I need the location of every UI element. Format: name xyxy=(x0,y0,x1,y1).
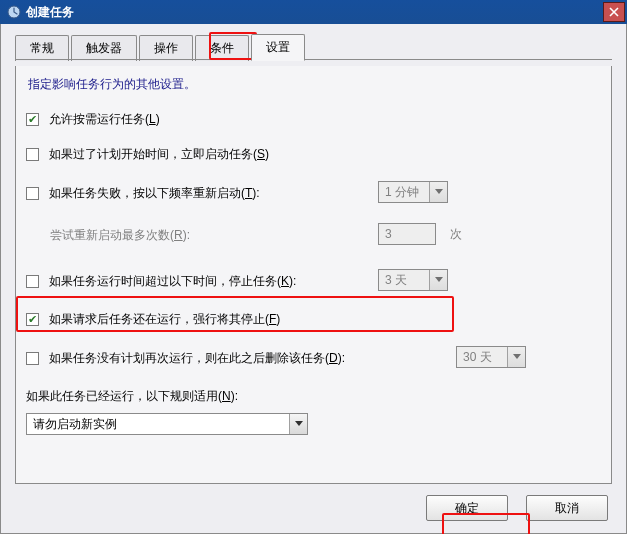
restart-interval-select: 1 分钟 xyxy=(378,181,448,203)
tab-actions[interactable]: 操作 xyxy=(139,35,193,61)
retry-suffix: 次 xyxy=(450,226,462,243)
stop-duration-value: 3 天 xyxy=(379,272,429,289)
restart-on-fail-checkbox[interactable] xyxy=(26,187,39,200)
chevron-down-icon xyxy=(507,347,525,367)
row-force-stop: 如果请求后任务还在运行，强行将其停止(F) xyxy=(26,311,601,328)
delete-if-not-label: 如果任务没有计划再次运行，则在此之后删除该任务(D): xyxy=(49,350,345,367)
tab-general[interactable]: 常规 xyxy=(15,35,69,61)
delete-after-select: 30 天 xyxy=(456,346,526,368)
stop-if-long-checkbox[interactable] xyxy=(26,275,39,288)
row-delete-if-not: 如果任务没有计划再次运行，则在此之后删除该任务(D): 30 天 xyxy=(26,346,601,370)
titlebar: 创建任务 xyxy=(0,0,627,24)
stop-duration-select: 3 天 xyxy=(378,269,448,291)
client-area: 常规 触发器 操作 条件 设置 指定影响任务行为的其他设置。 允许按需运行任务(… xyxy=(0,24,627,534)
settings-description: 指定影响任务行为的其他设置。 xyxy=(28,76,601,93)
restart-on-fail-label: 如果任务失败，按以下频率重新启动(T): xyxy=(49,185,260,202)
force-stop-checkbox[interactable] xyxy=(26,313,39,326)
tab-conditions[interactable]: 条件 xyxy=(195,35,249,61)
window-title: 创建任务 xyxy=(26,4,603,21)
delete-after-value: 30 天 xyxy=(457,349,507,366)
app-icon xyxy=(6,4,22,20)
chevron-down-icon xyxy=(429,182,447,202)
row-restart-on-fail: 如果任务失败，按以下频率重新启动(T): 1 分钟 xyxy=(26,181,601,205)
cancel-button[interactable]: 取消 xyxy=(526,495,608,521)
delete-if-not-checkbox[interactable] xyxy=(26,352,39,365)
row-stop-if-long: 如果任务运行时间超过以下时间，停止任务(K): 3 天 xyxy=(26,269,601,293)
row-allow-run-on-demand: 允许按需运行任务(L) xyxy=(26,111,601,128)
tab-triggers[interactable]: 触发器 xyxy=(71,35,137,61)
stop-if-long-label: 如果任务运行时间超过以下时间，停止任务(K): xyxy=(49,273,296,290)
start-if-missed-checkbox[interactable] xyxy=(26,148,39,161)
rule-select[interactable]: 请勿启动新实例 xyxy=(26,413,308,435)
ok-button[interactable]: 确定 xyxy=(426,495,508,521)
restart-interval-value: 1 分钟 xyxy=(379,184,429,201)
chevron-down-icon xyxy=(289,414,307,434)
row-rule-label: 如果此任务已经运行，以下规则适用(N): xyxy=(26,388,601,405)
rule-label: 如果此任务已经运行，以下规则适用(N): xyxy=(26,388,238,405)
row-retry-count: 尝试重新启动最多次数(R): 3 次 xyxy=(50,223,601,247)
tab-settings[interactable]: 设置 xyxy=(251,34,305,61)
row-start-if-missed: 如果过了计划开始时间，立即启动任务(S) xyxy=(26,146,601,163)
rule-value: 请勿启动新实例 xyxy=(27,416,289,433)
button-bar: 确定 取消 xyxy=(426,495,608,521)
allow-run-on-demand-checkbox[interactable] xyxy=(26,113,39,126)
force-stop-label: 如果请求后任务还在运行，强行将其停止(F) xyxy=(49,311,280,328)
close-button[interactable] xyxy=(603,2,625,22)
retry-count-input: 3 xyxy=(378,223,436,245)
chevron-down-icon xyxy=(429,270,447,290)
tab-bar: 常规 触发器 操作 条件 设置 xyxy=(1,24,626,60)
retry-label: 尝试重新启动最多次数(R): xyxy=(50,227,190,244)
start-if-missed-label: 如果过了计划开始时间，立即启动任务(S) xyxy=(49,146,269,163)
allow-run-on-demand-label: 允许按需运行任务(L) xyxy=(49,111,160,128)
settings-panel: 指定影响任务行为的其他设置。 允许按需运行任务(L) 如果过了计划开始时间，立即… xyxy=(15,66,612,484)
